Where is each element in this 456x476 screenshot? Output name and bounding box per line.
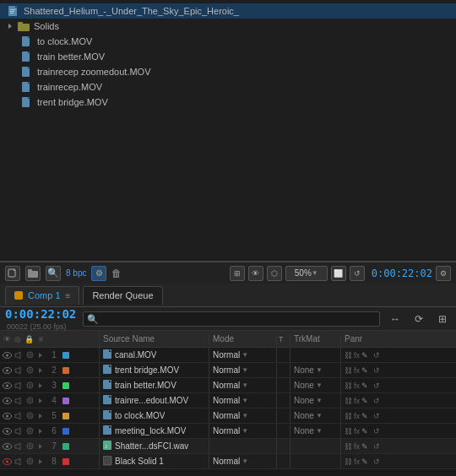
layer-row-4[interactable]: 4 trainre...edout.MOV Normal▼ None▼ ⛓ fx… [0,393,456,408]
expand-btn-6[interactable] [35,426,46,436]
mode-cell-1[interactable]: Normal▼ [209,348,277,362]
layer-row-2[interactable]: 2 trent bridge.MOV Normal▼ None▼ ⛓ fx ✎ … [0,363,456,378]
eye-btn-2[interactable] [2,365,13,376]
svg-point-73 [27,443,33,449]
project-item-trentbridge[interactable]: trent bridge.MOV [0,95,456,110]
audio-btn-5[interactable] [14,411,24,421]
solo-btn-7[interactable] [24,441,35,452]
layer-row-5[interactable]: 5 to clock.MOV Normal▼ None▼ ⛓ fx ✎ ↺ [0,408,456,424]
trkmat-cell-2[interactable]: None▼ [290,363,341,377]
tab-comp1[interactable]: Comp 1 ≡ [5,286,79,305]
mode-cell-4[interactable]: Normal▼ [209,393,277,408]
tab-render-queue[interactable]: Render Queue [83,286,162,305]
project-item-trainbetter[interactable]: train better.MOV [0,49,456,64]
mode-cell-7[interactable] [209,439,277,453]
solo-btn-4[interactable] [24,396,35,406]
expand-btn-8[interactable] [35,457,46,467]
fit-button[interactable]: ⬜ [331,266,346,281]
audio-btn-1[interactable] [14,350,24,360]
trkmat-cell-4[interactable]: None▼ [290,393,341,408]
tab-comp1-close[interactable]: ≡ [66,291,71,300]
pen-icon-4: ✎ [361,397,368,405]
viewer-settings-btn[interactable]: ⚙ [436,266,451,281]
audio-btn-8[interactable] [14,457,24,467]
eye-btn-8[interactable] [2,456,13,467]
audio-btn-7[interactable] [14,441,24,452]
expand-btn-5[interactable] [35,411,46,421]
viewer-btn-1[interactable]: ⊞ [230,266,245,281]
expand-btn-3[interactable] [35,381,46,391]
expand-btn-7[interactable] [35,441,46,452]
eye-btn-6[interactable] [2,425,13,436]
viewer-btn-3[interactable]: ⬡ [267,266,282,281]
trkmat-cell-3[interactable]: None▼ [290,378,341,392]
timeline-icon-1[interactable]: ↔ [387,311,404,327]
audio-btn-2[interactable] [14,365,24,376]
audio-btn-6[interactable] [14,426,24,436]
loop-button[interactable]: ↺ [350,266,365,281]
timeline-icon-2[interactable]: ⟳ [410,311,427,327]
project-item-trainrecep-zoom[interactable]: trainrecep zoomedout.MOV [0,64,456,79]
eye-btn-7[interactable] [2,441,13,452]
layer-name-cell-8: Black Solid 1 [100,454,209,468]
audio-btn-4[interactable] [14,396,24,406]
eye-btn-5[interactable] [2,410,13,421]
folder-button[interactable] [25,266,41,281]
layer-ctrl-1: 1 [0,348,100,362]
tab-render-label: Render Queue [92,290,153,300]
expand-btn-2[interactable] [35,365,46,376]
timeline-timecode[interactable]: 0:00:22:02 [5,307,76,321]
search-project-button[interactable]: 🔍 [46,266,61,281]
mode-cell-3[interactable]: Normal▼ [209,378,277,392]
svg-rect-7 [18,22,23,25]
trkmat-cell-6[interactable]: None▼ [290,424,341,438]
project-item-solids[interactable]: Solids [0,19,456,34]
folder-icon [17,20,30,32]
solo-btn-1[interactable] [24,350,35,360]
right-icons-6: ⛓ fx ✎ ↺ [341,424,456,438]
header-trkmat: TrkMat [290,334,341,343]
expand-btn-1[interactable] [35,350,46,360]
solo-btn-2[interactable] [24,365,35,376]
t-cell-2 [277,363,290,377]
solo-btn-3[interactable] [24,381,35,391]
layer-name-1: canal.MOV [115,350,156,360]
project-item-trainrecep[interactable]: trainrecep.MOV [0,79,456,95]
audio-btn-3[interactable] [14,381,24,391]
layer-row-8[interactable]: 8 Black Solid 1 Normal▼ ⛓ fx ✎ ↺ [0,454,456,469]
layer-row-1[interactable]: 1 canal.MOV Normal▼ ⛓ fx ✎ ↺ [0,348,456,363]
zoom-select[interactable]: 50% ▼ [285,266,328,281]
mode-cell-6[interactable]: Normal▼ [209,424,277,438]
layer-row-3[interactable]: 3 train better.MOV Normal▼ None▼ ⛓ fx ✎ … [0,378,456,393]
mode-cell-5[interactable]: Normal▼ [209,408,277,423]
solo-btn-8[interactable] [24,457,35,467]
expand-btn-4[interactable] [35,396,46,406]
layer-row-7[interactable]: 7 ♪ Shatter...dsFCI.wav ⛓ fx ✎ ↺ [0,439,456,454]
delete-button[interactable]: 🗑 [111,268,122,279]
svg-point-50 [29,399,31,402]
project-item-audio[interactable]: Shattered_Helium_-_Under_The_Sky_Epic_He… [0,3,456,19]
mode-cell-8[interactable]: Normal▼ [209,454,277,468]
pen-icon-5: ✎ [361,412,368,420]
layer-name-cell-7: ♪ Shatter...dsFCI.wav [100,439,209,453]
eye-btn-1[interactable] [2,349,13,360]
trkmat-cell-7 [290,439,341,453]
solo-btn-5[interactable] [24,411,35,421]
fx-icon-4: fx [354,397,360,405]
trkmat-cell-5[interactable]: None▼ [290,408,341,423]
settings-button[interactable]: ⚙ [91,266,106,281]
layer-num-4: 4 [46,396,62,405]
layer-search-input[interactable] [83,311,380,327]
layer-row-6[interactable]: 6 meeting_lock.MOV Normal▼ None▼ ⛓ fx ✎ … [0,424,456,439]
viewer-btn-2[interactable]: 👁 [248,266,263,281]
eye-btn-3[interactable] [2,380,13,391]
mode-cell-2[interactable]: Normal▼ [209,363,277,377]
new-item-button[interactable] [5,266,20,281]
layer-name-2: trent bridge.MOV [115,365,179,375]
eye-btn-4[interactable] [2,395,13,406]
header-solo-icon: ◎ [14,335,21,343]
timeline-icon-3[interactable]: ⊞ [434,311,451,327]
project-item-toclock[interactable]: to clock.MOV [0,34,456,49]
scroll-icon-1: ↺ [373,351,380,360]
solo-btn-6[interactable] [24,426,35,436]
